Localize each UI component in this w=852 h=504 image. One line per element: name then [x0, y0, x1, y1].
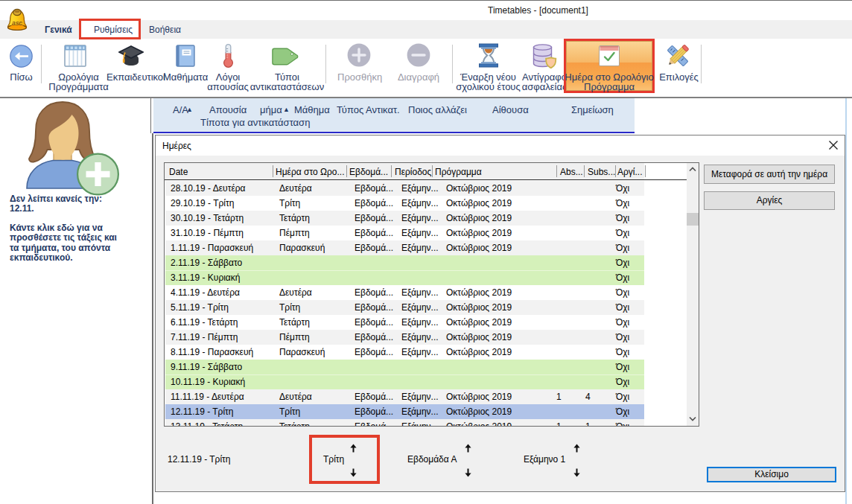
svg-text:asc: asc: [12, 19, 22, 27]
